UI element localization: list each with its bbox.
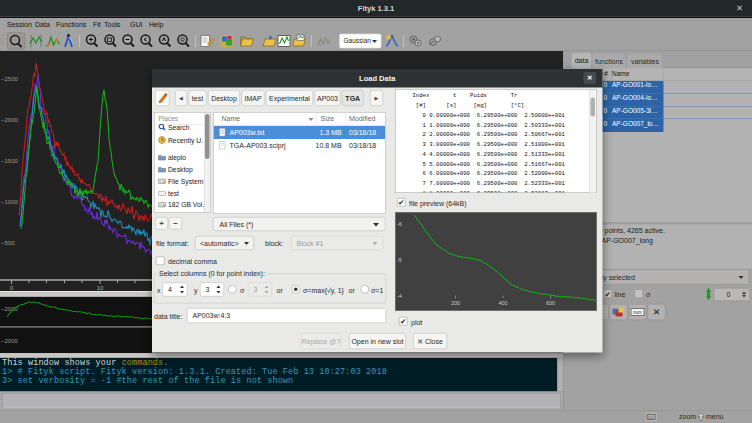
svg-text:num: num xyxy=(633,310,642,315)
svg-text:200: 200 xyxy=(451,300,460,306)
svg-text:1:1: 1:1 xyxy=(648,416,653,420)
svg-text:600: 600 xyxy=(546,300,555,306)
svg-text:-6: -6 xyxy=(397,221,402,227)
svg-text:-4: -4 xyxy=(397,293,402,299)
svg-text:-5: -5 xyxy=(397,257,402,263)
svg-text:400: 400 xyxy=(498,300,507,306)
